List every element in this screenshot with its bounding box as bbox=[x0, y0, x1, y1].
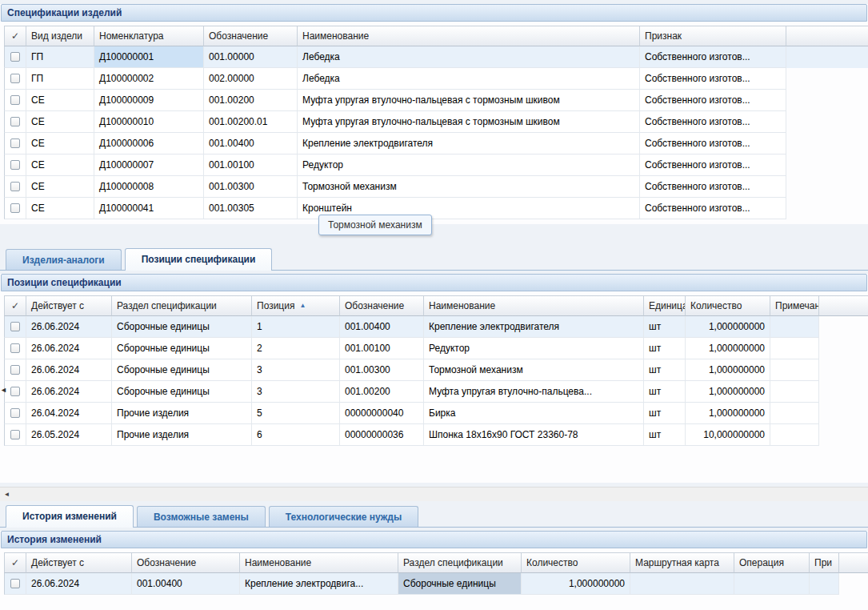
column-header[interactable]: Вид издели bbox=[26, 26, 94, 46]
table-cell[interactable] bbox=[770, 338, 819, 359]
tab-products-analogs[interactable]: Изделия-аналоги bbox=[6, 249, 122, 270]
table-cell[interactable] bbox=[770, 424, 819, 446]
table-cell[interactable]: Собственного изготов... bbox=[640, 111, 786, 133]
column-header[interactable]: Наименование bbox=[298, 26, 640, 46]
row-select-cell[interactable] bbox=[4, 133, 26, 155]
table-cell[interactable]: СЕ bbox=[26, 155, 94, 176]
table-cell[interactable]: Сборочные единицы bbox=[112, 381, 252, 403]
row-select-cell[interactable] bbox=[4, 176, 26, 198]
column-header[interactable]: Позиция▲ bbox=[252, 295, 340, 316]
table-cell[interactable]: шт bbox=[644, 403, 686, 424]
table-cell[interactable]: ГП bbox=[26, 68, 94, 90]
table-cell[interactable]: Муфта упругая втулочно-пальцевая с тормо… bbox=[298, 111, 640, 133]
tab-technological-needs[interactable]: Технологические нужды bbox=[269, 506, 418, 527]
table-cell[interactable]: шт bbox=[644, 359, 686, 381]
column-header[interactable]: Номенклатура bbox=[94, 26, 204, 46]
row-checkbox[interactable] bbox=[10, 365, 20, 375]
table-cell[interactable]: Д100000041 bbox=[94, 198, 204, 219]
table-cell[interactable]: 1,000000000 bbox=[686, 338, 770, 359]
table-cell[interactable]: 26.06.2024 bbox=[26, 573, 132, 595]
table-cell[interactable]: 26.05.2024 bbox=[26, 424, 112, 446]
table-row[interactable]: 26.06.2024001.00400Крепление электродвиг… bbox=[4, 573, 868, 595]
row-select-cell[interactable] bbox=[4, 316, 26, 338]
table-row[interactable]: 26.06.2024Сборочные единицы3001.00300Тор… bbox=[4, 359, 868, 381]
horizontal-scrollbar[interactable]: ◄ bbox=[0, 487, 868, 501]
table-cell[interactable]: 00000000036 bbox=[340, 424, 424, 446]
select-all-header[interactable]: ✓ bbox=[4, 295, 26, 316]
table-cell[interactable]: Лебедка bbox=[298, 46, 640, 68]
table-row[interactable]: СЕД100000041001.00305КронштейнСобственно… bbox=[4, 198, 868, 219]
table-cell[interactable]: 26.06.2024 bbox=[26, 316, 112, 338]
table-cell[interactable] bbox=[770, 381, 819, 403]
table-cell[interactable]: 3 bbox=[252, 359, 340, 381]
table-cell[interactable]: 001.00200.01 bbox=[204, 111, 298, 133]
row-select-cell[interactable] bbox=[4, 111, 26, 133]
row-select-cell[interactable] bbox=[4, 338, 26, 359]
splitter-collapse-icon[interactable]: ◄ bbox=[0, 387, 7, 394]
table-cell[interactable]: 1 bbox=[252, 316, 340, 338]
table-cell[interactable]: 001.00000 bbox=[204, 46, 298, 68]
column-header[interactable]: При bbox=[810, 552, 839, 573]
table-cell[interactable]: 001.00300 bbox=[340, 359, 424, 381]
table-cell[interactable]: Собственного изготов... bbox=[640, 90, 786, 111]
table-cell[interactable]: 00000000040 bbox=[340, 403, 424, 424]
table-row[interactable]: 26.05.2024Прочие изделия600000000036Шпон… bbox=[4, 424, 868, 446]
table-cell[interactable]: шт bbox=[644, 381, 686, 403]
table-row[interactable]: СЕД100000006001.00400Крепление электродв… bbox=[4, 133, 868, 155]
row-select-cell[interactable] bbox=[4, 198, 26, 219]
table-cell[interactable]: 26.06.2024 bbox=[26, 359, 112, 381]
table-cell[interactable]: Муфта упругая втулочно-пальцевая с тормо… bbox=[298, 90, 640, 111]
table-cell[interactable]: СЕ bbox=[26, 133, 94, 155]
table-cell[interactable]: 26.04.2024 bbox=[26, 403, 112, 424]
column-header[interactable]: Маршрутная карта bbox=[630, 552, 734, 573]
select-all-header[interactable]: ✓ bbox=[4, 26, 26, 46]
column-header[interactable]: Единица bbox=[644, 295, 686, 316]
table-cell[interactable]: 002.00000 bbox=[204, 68, 298, 90]
table-cell[interactable]: 001.00400 bbox=[340, 316, 424, 338]
table-cell[interactable]: 001.00400 bbox=[204, 133, 298, 155]
table-cell[interactable]: 10,000000000 bbox=[686, 424, 770, 446]
table-cell[interactable]: 001.00200 bbox=[204, 90, 298, 111]
table-cell[interactable]: ГП bbox=[26, 46, 94, 68]
row-checkbox[interactable] bbox=[10, 52, 20, 62]
column-header[interactable]: Количество bbox=[686, 295, 770, 316]
table-cell[interactable]: Д100000010 bbox=[94, 111, 204, 133]
table-cell[interactable]: Собственного изготов... bbox=[640, 176, 786, 198]
row-checkbox[interactable] bbox=[10, 74, 20, 83]
row-checkbox[interactable] bbox=[10, 343, 20, 353]
table-cell[interactable]: Д100000001 bbox=[94, 46, 204, 68]
table-cell[interactable]: Д100000008 bbox=[94, 176, 204, 198]
table-cell[interactable]: Шпонка 18х16х90 ГОСТ 23360-78 bbox=[424, 424, 644, 446]
row-select-cell[interactable] bbox=[4, 68, 26, 90]
table-cell[interactable]: 001.00200 bbox=[340, 381, 424, 403]
table-cell[interactable]: Муфта упругая втулочно-пальцева... bbox=[424, 381, 644, 403]
table-row[interactable]: СЕД100000009001.00200Муфта упругая втуло… bbox=[4, 90, 868, 111]
table-cell[interactable]: 1,000000000 bbox=[522, 573, 630, 595]
column-header[interactable]: Наименование bbox=[424, 295, 644, 316]
row-checkbox[interactable] bbox=[10, 579, 20, 588]
row-checkbox[interactable] bbox=[10, 322, 20, 331]
table-cell[interactable]: Сборочные единицы bbox=[398, 573, 522, 595]
table-row[interactable]: 26.06.2024Сборочные единицы3001.00200Муф… bbox=[4, 381, 868, 403]
tab-change-history[interactable]: История изменений bbox=[6, 505, 134, 528]
table-cell[interactable]: Тормозной механизм bbox=[424, 359, 644, 381]
table-cell[interactable]: СЕ bbox=[26, 90, 94, 111]
table-row[interactable]: 26.06.2024Сборочные единицы2001.00100Ред… bbox=[4, 338, 868, 359]
table-cell[interactable]: Д100000002 bbox=[94, 68, 204, 90]
table-cell[interactable]: Собственного изготов... bbox=[640, 133, 786, 155]
table-cell[interactable]: Собственного изготов... bbox=[640, 155, 786, 176]
table-cell[interactable]: 5 bbox=[252, 403, 340, 424]
row-checkbox[interactable] bbox=[10, 182, 20, 191]
row-select-cell[interactable] bbox=[4, 90, 26, 111]
table-row[interactable]: ГПД100000002002.00000ЛебедкаСобственного… bbox=[4, 68, 868, 90]
row-checkbox[interactable] bbox=[10, 160, 20, 170]
table-cell[interactable]: 3 bbox=[252, 381, 340, 403]
table-row[interactable]: ГПД100000001001.00000ЛебедкаСобственного… bbox=[4, 46, 868, 68]
table-cell[interactable]: Крепление электродвигателя bbox=[298, 133, 640, 155]
row-checkbox[interactable] bbox=[10, 430, 20, 439]
table-cell[interactable]: Тормозной механизм bbox=[298, 176, 640, 198]
column-header[interactable]: Обозначение bbox=[132, 552, 240, 573]
row-checkbox[interactable] bbox=[10, 138, 20, 148]
table-cell[interactable]: Собственного изготов... bbox=[640, 198, 786, 219]
row-select-cell[interactable] bbox=[4, 155, 26, 176]
